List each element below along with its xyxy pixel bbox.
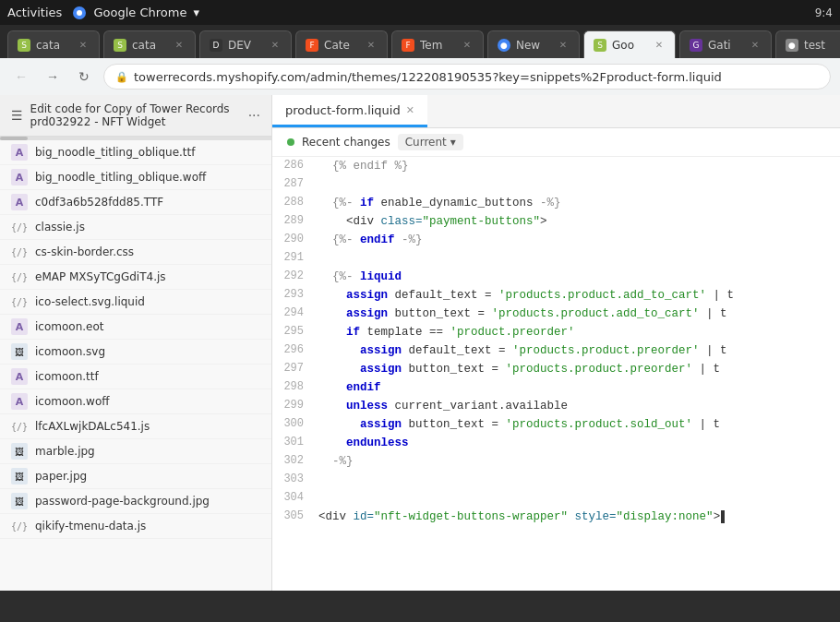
- line-number: 294: [272, 305, 318, 322]
- sidebar-back-icon[interactable]: ☰: [11, 108, 23, 123]
- code-icon: {/}: [11, 293, 28, 310]
- tab-favicon-tab9: ●: [786, 39, 798, 52]
- browser-chrome: S cata ✕ S cata ✕ D DEV ✕ F Cate ✕ F Tem…: [0, 25, 840, 95]
- file-item[interactable]: {/} eMAP MXSyTCgGdiT4.js: [0, 265, 271, 290]
- line-number: 297: [272, 360, 318, 377]
- line-content[interactable]: {%- if enable_dynamic_buttons -%}: [318, 194, 840, 212]
- current-badge[interactable]: Current ▾: [398, 134, 463, 150]
- line-number: 302: [272, 452, 318, 470]
- activities-label[interactable]: Activities: [7, 6, 62, 19]
- tab-close-tab4[interactable]: ✕: [365, 39, 378, 52]
- line-number: 293: [272, 286, 318, 304]
- address-bar-row: ← → ↻ 🔒 towerrecords.myshopify.com/admin…: [0, 58, 840, 95]
- file-name: big_noodle_titling_oblique.woff: [35, 171, 206, 184]
- chevron-down-icon: ▾: [194, 6, 200, 19]
- line-content[interactable]: <div id="nft-widget-buttons-wrapper" sty…: [318, 508, 840, 526]
- line-content[interactable]: {%- endif -%}: [318, 231, 840, 249]
- tab-close-tab5[interactable]: ✕: [461, 39, 474, 52]
- font-icon: A: [11, 393, 28, 410]
- font-icon: A: [11, 194, 28, 210]
- back-button[interactable]: ←: [9, 65, 33, 89]
- line-content[interactable]: assign button_text = 'products.product.s…: [318, 415, 840, 434]
- file-item[interactable]: A big_noodle_titling_oblique.ttf: [0, 140, 271, 165]
- file-name: icomoon.eot: [35, 320, 104, 333]
- browser-tab-tab8[interactable]: G Gati ✕: [679, 30, 772, 58]
- tab-close-tab3[interactable]: ✕: [269, 39, 282, 52]
- more-options-button[interactable]: ···: [248, 107, 260, 124]
- tab-close-tab1[interactable]: ✕: [77, 39, 90, 52]
- code-line: 294 assign button_text = 'products.produ…: [272, 305, 840, 323]
- line-content[interactable]: endif: [318, 378, 840, 397]
- file-item[interactable]: A big_noodle_titling_oblique.woff: [0, 165, 271, 190]
- line-content[interactable]: <div class="payment-buttons">: [318, 212, 840, 231]
- file-item[interactable]: 🖼 icomoon.svg: [0, 340, 271, 365]
- code-icon: {/}: [11, 219, 28, 235]
- file-list: A big_noodle_titling_oblique.ttf A big_n…: [0, 140, 271, 539]
- file-item[interactable]: A icomoon.ttf: [0, 365, 271, 389]
- line-content[interactable]: [318, 471, 840, 489]
- code-editor[interactable]: 286 {% endif %}287 288 {%- if enable_dyn…: [272, 157, 840, 591]
- line-content[interactable]: [318, 489, 840, 508]
- editor-tab-close-icon[interactable]: ✕: [406, 104, 414, 116]
- line-content[interactable]: [318, 249, 840, 268]
- code-line: 296 assign default_text = 'products.prod…: [272, 341, 840, 360]
- line-content[interactable]: assign button_text = 'products.product.a…: [318, 305, 840, 323]
- tab-title-tab7: Goo: [612, 39, 647, 52]
- line-number: 300: [272, 415, 318, 433]
- image-icon: 🖼: [11, 343, 28, 360]
- editor-tab-product-form[interactable]: product-form.liquid ✕: [272, 95, 427, 127]
- file-name: cs-skin-border.css: [35, 245, 134, 258]
- file-item[interactable]: {/} lfcAXLwjkDALc541.js: [0, 414, 271, 439]
- browser-tab-tab1[interactable]: S cata ✕: [7, 30, 100, 58]
- browser-tab-tab3[interactable]: D DEV ✕: [199, 30, 292, 58]
- tab-close-tab6[interactable]: ✕: [557, 39, 570, 52]
- file-item[interactable]: 🖼 password-page-background.jpg: [0, 489, 271, 514]
- code-line: 304: [272, 489, 840, 508]
- system-bar: Activities Google Chrome ▾ 9:4: [0, 0, 840, 25]
- breadcrumb-title: Edit code for Copy of Tower Records prd0…: [30, 102, 241, 128]
- browser-tab-tab7[interactable]: S Goo ✕: [583, 30, 676, 58]
- tab-close-tab7[interactable]: ✕: [653, 39, 666, 52]
- file-item[interactable]: A icomoon.eot: [0, 315, 271, 340]
- tab-close-tab8[interactable]: ✕: [749, 39, 762, 52]
- browser-tab-tab4[interactable]: F Cate ✕: [295, 30, 388, 58]
- font-icon: A: [11, 169, 28, 185]
- line-content[interactable]: assign button_text = 'products.product.p…: [318, 360, 840, 378]
- font-icon: A: [11, 144, 28, 161]
- text-cursor: [721, 510, 723, 523]
- file-name: marble.jpg: [35, 445, 95, 458]
- file-item[interactable]: {/} qikify-tmenu-data.js: [0, 514, 271, 539]
- line-content[interactable]: {%- liquid: [318, 268, 840, 286]
- forward-button[interactable]: →: [41, 65, 65, 89]
- code-line: 297 assign button_text = 'products.produ…: [272, 360, 840, 378]
- file-item[interactable]: {/} ico-select.svg.liquid: [0, 290, 271, 315]
- code-line: 302 -%}: [272, 452, 840, 471]
- line-content[interactable]: unless current_variant.available: [318, 397, 840, 415]
- code-lines: 286 {% endif %}287 288 {%- if enable_dyn…: [272, 157, 840, 526]
- line-content[interactable]: endunless: [318, 434, 840, 452]
- file-name: password-page-background.jpg: [35, 495, 210, 508]
- line-number: 295: [272, 323, 318, 341]
- line-content[interactable]: -%}: [318, 452, 840, 471]
- file-name: classie.js: [35, 221, 85, 233]
- file-item[interactable]: A icomoon.woff: [0, 389, 271, 414]
- browser-tab-tab9[interactable]: ● test ✕: [775, 30, 840, 58]
- browser-tab-tab6[interactable]: ● New ✕: [487, 30, 580, 58]
- file-item[interactable]: {/} cs-skin-border.css: [0, 240, 271, 265]
- reload-button[interactable]: ↻: [72, 65, 96, 89]
- browser-tab-tab2[interactable]: S cata ✕: [103, 30, 196, 58]
- line-content[interactable]: if template == 'product.preorder': [318, 323, 840, 341]
- line-content[interactable]: assign default_text = 'products.product.…: [318, 341, 840, 360]
- tab-close-tab2[interactable]: ✕: [173, 39, 186, 52]
- address-bar[interactable]: 🔒 towerrecords.myshopify.com/admin/theme…: [103, 64, 831, 90]
- file-item[interactable]: 🖼 marble.jpg: [0, 439, 271, 464]
- line-content[interactable]: assign default_text = 'products.product.…: [318, 286, 840, 305]
- line-content[interactable]: {% endif %}: [318, 157, 840, 175]
- browser-tab-tab5[interactable]: F Tem ✕: [391, 30, 484, 58]
- file-item[interactable]: {/} classie.js: [0, 215, 271, 240]
- tab-title-tab8: Gati: [708, 39, 743, 52]
- current-chevron-icon: ▾: [450, 136, 456, 149]
- line-content[interactable]: [318, 175, 840, 194]
- file-item[interactable]: A c0df3a6b528fdd85.TTF: [0, 190, 271, 215]
- file-item[interactable]: 🖼 paper.jpg: [0, 464, 271, 489]
